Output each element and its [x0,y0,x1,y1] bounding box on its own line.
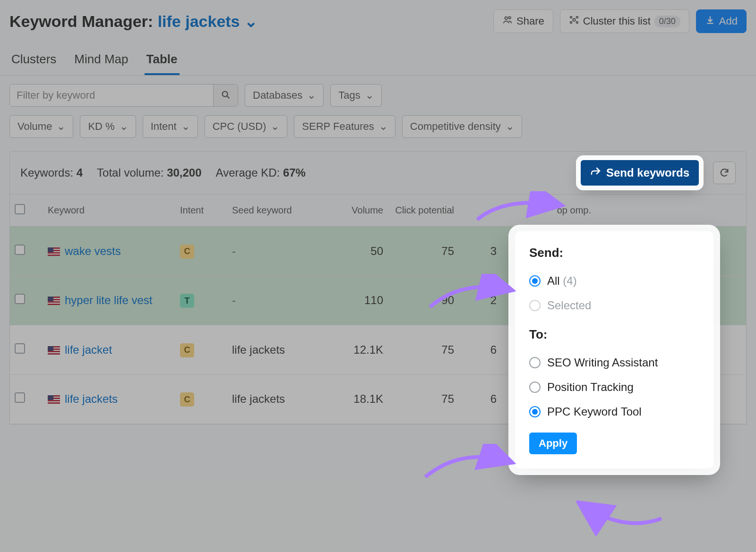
chevron-down-icon: ⌄ [57,120,65,133]
click-cell: 75 [388,340,459,359]
keyword-link[interactable]: life jacket [65,343,112,356]
search-icon [221,90,231,102]
refresh-icon [719,167,730,179]
svg-point-7 [222,91,227,96]
row-checkbox[interactable] [15,392,25,403]
keyword-link[interactable]: hyper lite life vest [65,294,152,306]
send-heading: Send: [529,246,699,260]
cluster-count-badge: 0/30 [654,16,680,27]
filter-serp[interactable]: SERP Features ⌄ [294,115,395,138]
people-icon [502,15,513,28]
filter-kd[interactable]: KD % ⌄ [80,115,136,138]
annotation-arrow-icon [576,490,671,537]
chevron-down-icon: ⌄ [244,12,258,30]
to-option-swa[interactable]: SEO Writing Assistant [529,350,699,375]
keyword-link[interactable]: life jackets [65,392,118,405]
click-cell: 90 [388,291,459,310]
tab-clusters[interactable]: Clusters [9,47,58,75]
volume-cell: 50 [317,242,388,261]
send-label: Send keywords [606,166,689,179]
keywords-count: Keywords: 4 [20,166,83,179]
radio-icon [529,275,541,287]
cluster-button[interactable]: Cluster this list 0/30 [560,9,689,33]
share-button[interactable]: Share [493,9,553,33]
download-icon [705,15,715,28]
col-keyword[interactable]: Keyword [43,202,175,219]
refresh-button[interactable] [713,161,736,184]
search-button[interactable] [213,85,238,106]
chevron-down-icon: ⌄ [271,120,279,133]
chevron-down-icon: ⌄ [181,120,190,133]
radio-icon [529,357,541,368]
keyword-link[interactable]: wake vests [65,245,121,257]
filter-keyword-input[interactable] [10,85,213,106]
row-checkbox[interactable] [15,245,25,255]
radio-icon [529,300,541,311]
us-flag-icon [48,395,60,404]
filter-input-wrap [9,84,238,107]
row-checkbox[interactable] [15,294,25,304]
seed-cell: - [227,291,317,310]
radio-icon [529,406,541,417]
extra-cell: 6 [459,390,501,408]
us-flag-icon [48,297,60,305]
extra-cell: 3 [459,242,501,261]
page-title: Keyword Manager: life jackets ⌄ [9,12,258,31]
filter-volume[interactable]: Volume ⌄ [9,115,73,138]
apply-button[interactable]: Apply [529,433,577,454]
extra-cell: 6 [459,340,501,359]
summary-bar: Keywords: 4 Total volume: 30,200 Average… [9,151,747,195]
filter-cpc[interactable]: CPC (USD) ⌄ [205,115,288,138]
seed-cell: - [227,242,317,261]
svg-point-4 [576,17,578,18]
svg-point-5 [576,22,578,24]
share-label: Share [516,15,544,27]
seed-cell: life jackets [227,390,317,408]
table-header: Keyword Intent Seed keyword Volume Click… [10,195,746,227]
row-checkbox[interactable] [15,343,25,354]
filter-competitive[interactable]: Competitive density ⌄ [402,115,522,138]
to-option-ppc[interactable]: PPC Keyword Tool [529,399,699,424]
total-volume: Total volume: 30,200 [97,166,201,179]
filter-tags[interactable]: Tags ⌄ [330,84,381,107]
radio-icon [529,382,541,393]
cluster-icon [569,15,579,28]
filter-intent[interactable]: Intent ⌄ [143,115,198,138]
col-volume[interactable]: Volume [317,202,388,219]
filters-row: Databases ⌄ Tags ⌄ [0,76,756,115]
tab-table[interactable]: Table [145,47,180,75]
cluster-label: Cluster this list [583,15,651,27]
us-flag-icon [48,346,60,355]
volume-cell: 12.1K [317,340,388,359]
chevron-down-icon: ⌄ [379,120,387,133]
select-all-checkbox[interactable] [15,204,25,214]
send-option-all[interactable]: All (4) [529,269,699,293]
svg-point-0 [505,17,508,20]
intent-badge: C [180,343,194,357]
add-button[interactable]: Add [696,9,747,33]
chevron-down-icon: ⌄ [506,120,514,133]
send-keywords-button[interactable]: Send keywords [581,160,699,186]
col-click[interactable]: Click potential [388,202,459,219]
intent-badge: T [180,294,194,308]
svg-point-6 [570,22,572,24]
title-prefix: Keyword Manager: [9,12,153,30]
volume-cell: 18.1K [317,390,388,408]
col-top-comp[interactable]: op omp. [501,202,596,219]
svg-point-3 [570,17,572,18]
project-name-dropdown[interactable]: life jackets ⌄ [158,12,258,30]
filter-databases[interactable]: Databases ⌄ [245,84,324,107]
send-option-selected: Selected [529,293,699,318]
click-cell: 75 [388,242,459,261]
to-option-position-tracking[interactable]: Position Tracking [529,375,699,399]
intent-badge: C [180,245,194,259]
send-keywords-popover: Send: All (4) Selected To: SEO Writing A… [515,231,713,468]
col-intent[interactable]: Intent [175,202,227,219]
tab-mind-map[interactable]: Mind Map [72,47,130,75]
us-flag-icon [48,247,60,256]
extra-cell: 2 [459,291,501,310]
annotation-arrow-icon [411,444,520,486]
to-heading: To: [529,327,699,342]
col-seed[interactable]: Seed keyword [227,202,317,219]
add-label: Add [719,15,738,27]
